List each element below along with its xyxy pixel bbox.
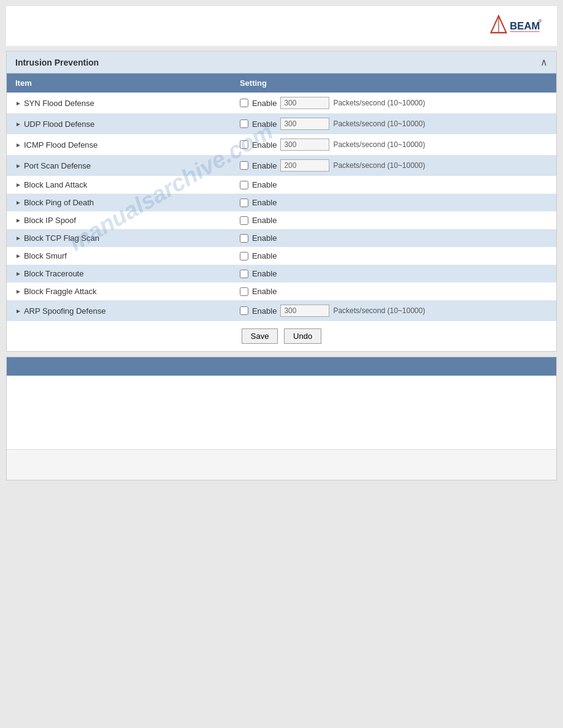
action-row: Save Undo <box>7 321 556 351</box>
row-label-icmp-flood: ►ICMP Flood Defense <box>7 134 231 155</box>
enable-label-block-land: Enable <box>252 180 277 189</box>
packets-input-arp-spoofing[interactable] <box>280 305 329 317</box>
row-label-block-smurf: ►Block Smurf <box>7 247 231 265</box>
lower-panel-1-header <box>7 357 556 376</box>
row-label-block-traceroute: ►Block Traceroute <box>7 265 231 282</box>
undo-button[interactable]: Undo <box>284 328 321 344</box>
packets-input-syn-flood[interactable] <box>280 97 329 109</box>
checkbox-block-tcp-flag[interactable] <box>240 234 248 243</box>
row-text-block-fraggle: Block Fraggle Attack <box>24 287 97 296</box>
row-text-block-land: Block Land Attack <box>24 180 87 189</box>
row-arrow-block-traceroute[interactable]: ► <box>15 270 21 277</box>
checkbox-port-scan[interactable] <box>240 161 248 170</box>
logo: BEAM ® <box>483 12 545 40</box>
enable-label-block-traceroute: Enable <box>252 269 277 278</box>
row-setting-udp-flood: Enable Packets/second (10~10000) <box>231 113 556 134</box>
checkbox-block-land[interactable] <box>240 181 248 189</box>
row-arrow-block-fraggle[interactable]: ► <box>15 288 21 295</box>
row-setting-block-traceroute: Enable <box>231 265 556 282</box>
checkbox-udp-flood[interactable] <box>240 119 248 128</box>
row-setting-block-ping-death: Enable <box>231 194 556 211</box>
save-button[interactable]: Save <box>242 328 278 344</box>
row-label-block-ping-death: ►Block Ping of Death <box>7 194 231 211</box>
row-label-block-tcp-flag: ►Block TCP Flag Scan <box>7 229 231 247</box>
col-item: Item <box>7 74 231 93</box>
row-text-block-ip-spoof: Block IP Spoof <box>24 216 76 225</box>
row-text-icmp-flood: ICMP Flood Defense <box>24 140 98 150</box>
table-row: ►Block IP Spoof Enable <box>7 211 556 229</box>
table-row: ►Block Traceroute Enable <box>7 265 556 282</box>
row-setting-block-smurf: Enable <box>231 247 556 265</box>
header: BEAM ® <box>6 6 557 46</box>
enable-label-udp-flood: Enable <box>252 119 277 129</box>
packets-input-udp-flood[interactable] <box>280 118 329 130</box>
row-text-block-ping-death: Block Ping of Death <box>24 198 94 207</box>
row-text-port-scan: Port Scan Defense <box>24 161 91 170</box>
table-row: ►Block Fraggle Attack Enable <box>7 282 556 300</box>
checkbox-block-smurf[interactable] <box>240 252 248 260</box>
row-arrow-udp-flood[interactable]: ► <box>15 121 21 127</box>
row-label-block-ip-spoof: ►Block IP Spoof <box>7 211 231 229</box>
packets-hint-udp-flood: Packets/second (10~10000) <box>333 119 425 128</box>
row-arrow-block-tcp-flag[interactable]: ► <box>15 235 21 241</box>
row-arrow-block-ip-spoof[interactable]: ► <box>15 217 21 224</box>
table-header: Item Setting <box>7 74 556 93</box>
collapse-icon[interactable]: ∧ <box>540 56 548 68</box>
checkbox-block-fraggle[interactable] <box>240 287 248 296</box>
packets-hint-icmp-flood: Packets/second (10~10000) <box>333 140 425 149</box>
checkbox-block-ping-death[interactable] <box>240 199 248 207</box>
row-arrow-syn-flood[interactable]: ► <box>15 100 21 107</box>
table-row: ►Port Scan Defense Enable Packets/second… <box>7 155 556 176</box>
row-label-arp-spoofing: ►ARP Spoofing Defense <box>7 300 231 321</box>
table-row: ►SYN Flood Defense Enable Packets/second… <box>7 93 556 113</box>
settings-table: Item Setting ►SYN Flood Defense Enable P… <box>7 74 556 321</box>
packets-input-icmp-flood[interactable] <box>280 138 329 151</box>
packets-hint-arp-spoofing: Packets/second (10~10000) <box>333 306 425 315</box>
checkbox-block-ip-spoof[interactable] <box>240 216 248 225</box>
checkbox-block-traceroute[interactable] <box>240 270 248 278</box>
row-setting-arp-spoofing: Enable Packets/second (10~10000) <box>231 300 556 321</box>
checkbox-icmp-flood[interactable] <box>240 140 248 149</box>
checkbox-arp-spoofing[interactable] <box>240 306 248 315</box>
svg-text:®: ® <box>538 18 542 24</box>
enable-label-block-fraggle: Enable <box>252 287 277 296</box>
lower-panel-1 <box>6 357 557 480</box>
enable-label-syn-flood: Enable <box>252 99 277 108</box>
table-row: ►Block TCP Flag Scan Enable <box>7 229 556 247</box>
row-text-block-tcp-flag: Block TCP Flag Scan <box>24 233 99 243</box>
action-cell: Save Undo <box>7 321 556 351</box>
row-label-block-land: ►Block Land Attack <box>7 176 231 194</box>
row-label-syn-flood: ►SYN Flood Defense <box>7 93 231 113</box>
table-row: ►UDP Flood Defense Enable Packets/second… <box>7 113 556 134</box>
row-label-udp-flood: ►UDP Flood Defense <box>7 113 231 134</box>
lower-panel-1-footer <box>7 449 556 480</box>
row-arrow-port-scan[interactable]: ► <box>15 162 21 169</box>
enable-label-block-smurf: Enable <box>252 251 277 260</box>
packets-input-port-scan[interactable] <box>280 159 329 172</box>
checkbox-syn-flood[interactable] <box>240 99 248 107</box>
section-title: Intrusion Prevention <box>15 58 99 67</box>
row-arrow-block-ping-death[interactable]: ► <box>15 199 21 206</box>
row-setting-icmp-flood: Enable Packets/second (10~10000) <box>231 134 556 155</box>
row-setting-block-tcp-flag: Enable <box>231 229 556 247</box>
table-row: ►ICMP Flood Defense Enable Packets/secon… <box>7 134 556 155</box>
col-setting: Setting <box>231 74 556 93</box>
row-arrow-block-smurf[interactable]: ► <box>15 252 21 259</box>
svg-text:BEAM: BEAM <box>510 20 540 32</box>
enable-label-block-tcp-flag: Enable <box>252 233 277 243</box>
enable-label-arp-spoofing: Enable <box>252 306 277 316</box>
enable-label-icmp-flood: Enable <box>252 140 277 150</box>
action-table: Save Undo <box>7 321 556 351</box>
row-setting-block-land: Enable <box>231 176 556 194</box>
row-text-syn-flood: SYN Flood Defense <box>24 99 94 108</box>
row-text-udp-flood: UDP Flood Defense <box>24 119 94 129</box>
row-text-block-traceroute: Block Traceroute <box>24 269 84 278</box>
packets-hint-syn-flood: Packets/second (10~10000) <box>333 99 425 107</box>
row-label-port-scan: ►Port Scan Defense <box>7 155 231 176</box>
row-arrow-arp-spoofing[interactable]: ► <box>15 308 21 314</box>
row-setting-port-scan: Enable Packets/second (10~10000) <box>231 155 556 176</box>
row-arrow-block-land[interactable]: ► <box>15 181 21 188</box>
row-arrow-icmp-flood[interactable]: ► <box>15 142 21 148</box>
intrusion-prevention-panel: manualsarchive.com Intrusion Prevention … <box>6 51 557 352</box>
packets-hint-port-scan: Packets/second (10~10000) <box>333 161 425 170</box>
